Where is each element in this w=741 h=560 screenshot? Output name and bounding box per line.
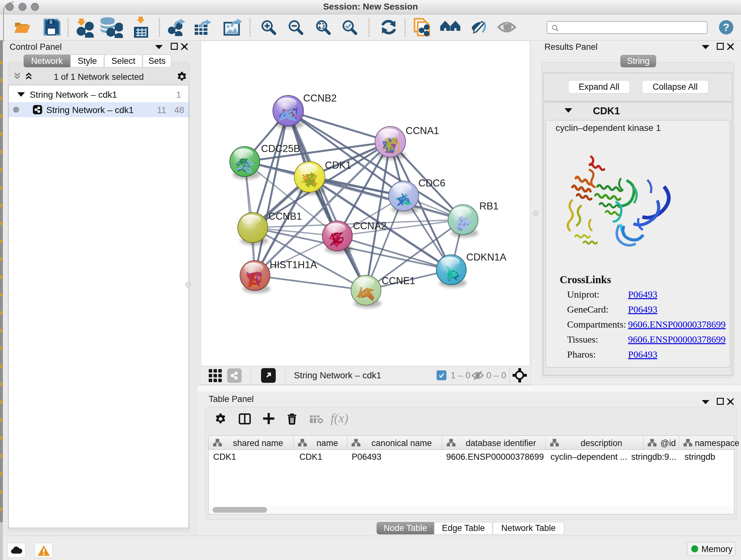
svg-text:CDC25B: CDC25B	[261, 143, 300, 154]
svg-text:CCNB1: CCNB1	[268, 211, 302, 222]
svg-text:CCNE1: CCNE1	[382, 275, 415, 287]
svg-text:CCNB2: CCNB2	[303, 92, 337, 104]
svg-text:RB1: RB1	[479, 200, 498, 212]
svg-text:CCNA1: CCNA1	[406, 125, 439, 136]
svg-text:HIST1H1A: HIST1H1A	[270, 259, 317, 270]
svg-text:CDKN1A: CDKN1A	[466, 252, 507, 263]
svg-text:CCNA2: CCNA2	[353, 220, 387, 232]
svg-text:CDC6: CDC6	[418, 178, 445, 189]
svg-text:CDK1: CDK1	[325, 160, 351, 171]
